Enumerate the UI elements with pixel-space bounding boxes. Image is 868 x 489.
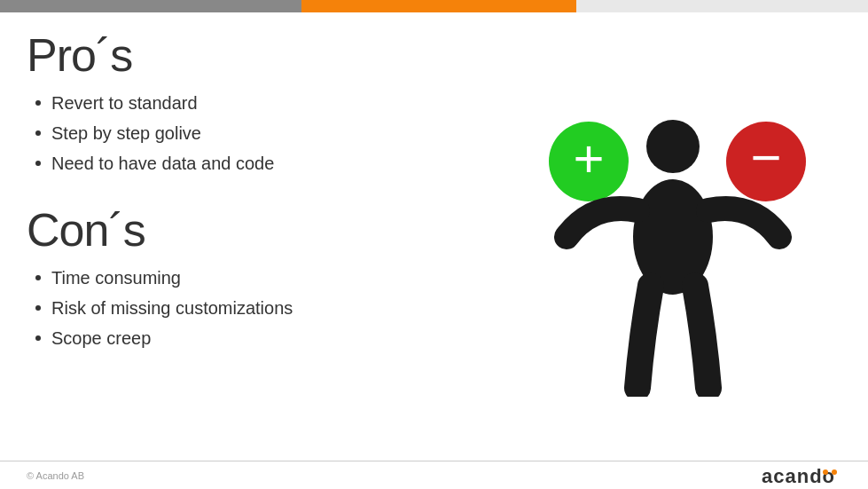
right-panel: + −	[504, 30, 841, 434]
pros-item-3: Need to have data and code	[51, 148, 274, 178]
list-item: Risk of missing customizations	[35, 293, 487, 323]
svg-point-4	[832, 469, 837, 475]
pros-list: Revert to standard Step by step golive N…	[35, 88, 487, 178]
bullet-icon	[35, 100, 41, 106]
pros-item-1: Revert to standard	[51, 88, 198, 118]
cons-item-1: Time consuming	[51, 263, 181, 293]
list-item: Time consuming	[35, 263, 487, 293]
cons-item-2: Risk of missing customizations	[51, 293, 293, 323]
illustration: + −	[522, 68, 824, 397]
svg-point-3	[823, 469, 828, 475]
top-bar-orange	[301, 0, 576, 12]
bullet-icon	[35, 335, 41, 341]
cons-item-3: Scope creep	[51, 323, 151, 353]
slide: Pro´s Revert to standard Step by step go…	[0, 0, 868, 489]
bullet-icon	[35, 275, 41, 280]
acando-logo: acando	[762, 463, 841, 488]
bullet-icon	[35, 305, 41, 311]
top-bar-light	[576, 0, 868, 12]
main-content: Pro´s Revert to standard Step by step go…	[0, 12, 868, 461]
list-item: Need to have data and code	[35, 148, 487, 178]
bullet-icon	[35, 130, 41, 136]
svg-point-0	[646, 120, 700, 173]
pros-title: Pro´s	[27, 30, 487, 81]
bullet-icon	[35, 161, 41, 166]
left-panel: Pro´s Revert to standard Step by step go…	[27, 30, 504, 434]
pros-item-2: Step by step golive	[51, 118, 201, 148]
logo-svg: acando	[762, 463, 841, 488]
person-silhouette-icon	[549, 113, 797, 397]
list-item: Revert to standard	[35, 88, 487, 118]
bottom-bar: © Acando AB acando	[0, 461, 868, 489]
list-item: Scope creep	[35, 323, 487, 353]
top-bar	[0, 0, 868, 12]
svg-text:acando: acando	[762, 465, 835, 487]
top-bar-gray	[0, 0, 301, 12]
copyright-text: © Acando AB	[27, 470, 84, 481]
list-item: Step by step golive	[35, 118, 487, 148]
cons-list: Time consuming Risk of missing customiza…	[35, 263, 487, 353]
cons-title: Con´s	[27, 205, 487, 256]
